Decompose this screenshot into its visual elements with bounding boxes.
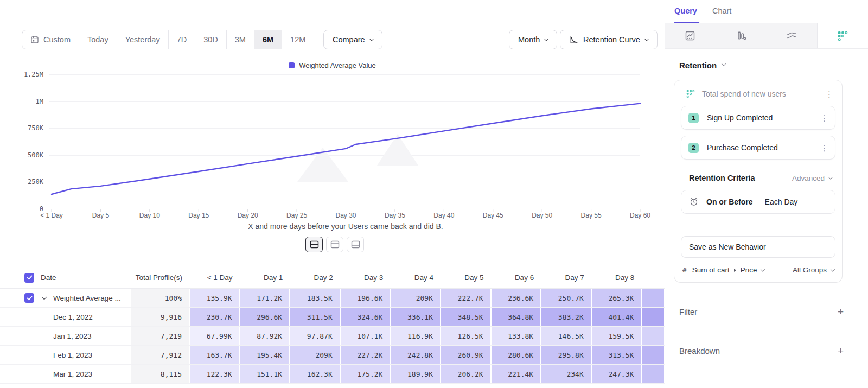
criteria-window: Each Day [765,198,798,206]
retention-table: DateTotal Profile(s)< 1 DayDay 1Day 2Day… [0,267,665,384]
criteria-mode-dropdown[interactable]: Advanced [792,174,832,182]
range-yesterday[interactable]: Yesterday [117,30,168,49]
range-12m[interactable]: 12M [282,30,314,49]
gridline [49,182,640,182]
retention-value-cell: 265.3K [591,289,642,307]
tab-chart[interactable]: Chart [712,7,731,23]
step-menu-icon[interactable]: ⋮ [820,114,828,122]
tab-query[interactable]: Query [674,7,697,23]
chevron-down-icon [369,36,373,41]
table-row[interactable]: Mar 1, 20238,115122.3K151.1K162.3K175.2K… [0,365,665,384]
measure-property-dropdown[interactable]: Sum of cart Price [692,266,764,274]
retention-value-cell: 280.6K [491,346,541,364]
filter-section: Filter + [679,303,863,320]
legend-label: Weighted Average Value [299,61,376,69]
expand-row-icon[interactable] [42,295,47,300]
add-filter-button[interactable]: + [838,307,844,317]
x-axis-tick-label: Day 30 [322,212,371,219]
retention-value-cell: 383.2K [541,308,591,326]
gridline [49,128,640,129]
view-split-middle-icon[interactable] [305,237,323,252]
step-menu-icon[interactable]: ⋮ [820,144,828,152]
behavior-step-2[interactable]: 2 Purchase Completed ⋮ [681,136,835,160]
x-axis-tick-label: < 1 Day [27,212,76,219]
x-axis-tick-label: Day 5 [76,212,125,219]
range-30d[interactable]: 30D [195,30,226,49]
retention-value-cell: 116.9K [390,327,441,345]
chart-type-button[interactable]: Retention Curve [560,30,658,49]
caret-right-icon [734,269,736,272]
measure-row: # Sum of cart Price All Groups [681,258,835,276]
header-date-cell: Date [0,267,130,288]
report-canvas: CustomTodayYesterday7D30D3M6M12MXTD Comp… [0,0,665,388]
row-label: Mar 1, 2023 [53,370,92,378]
x-axis-tick-label: Day 40 [419,212,468,219]
table-row[interactable]: Dec 1, 20229,916230.7K296.6K311.5K324.6K… [0,308,665,327]
filter-label: Filter [679,307,838,316]
compare-button[interactable]: Compare [323,30,382,49]
range-label: 30D [203,35,218,44]
select-all-checkbox[interactable] [24,273,34,283]
column-header: Date [41,273,56,282]
table-row[interactable]: Jan 1, 20237,21967.99K87.92K97.87K107.1K… [0,327,665,346]
retention-report-app: CustomTodayYesterday7D30D3M6M12MXTD Comp… [0,0,868,388]
range-label: 3M [235,35,246,44]
range-7d[interactable]: 7D [168,30,195,49]
row-date-cell: Feb 1, 2023 [0,346,130,364]
range-today[interactable]: Today [79,30,117,49]
calendar-icon [30,35,39,44]
table-row[interactable]: Feb 1, 20237,912163.7K195.4K209K227.2K24… [0,346,665,365]
row-date-cell: Dec 1, 2022 [0,308,130,326]
breakdown-section: Breakdown + [679,342,863,359]
behavior-step-1[interactable]: 1 Sign Up Completed ⋮ [681,106,835,130]
report-toolbar: CustomTodayYesterday7D30D3M6M12MXTD Comp… [0,30,665,49]
row-label: Feb 1, 2023 [53,351,92,359]
granularity-button[interactable]: Month [509,30,557,49]
total-profiles-cell: 8,115 [130,365,189,383]
column-header: Day 5 [441,267,491,288]
y-axis-tick-label: 1M [0,98,43,105]
retention-value-cell: 163.7K [189,346,240,364]
retention-criteria-card[interactable]: On or Before Each Day [681,190,835,214]
panel-tabs: Query Chart [665,0,868,23]
retention-report-icon[interactable] [818,23,868,48]
funnels-report-icon[interactable] [716,23,767,48]
chart-x-axis-caption: X and more days before your Users came b… [0,222,691,231]
column-header: Day 1 [240,267,290,288]
retention-section-toggle[interactable]: Retention [679,61,843,70]
x-axis-tick-label: Day 55 [567,212,616,219]
row-label: Dec 1, 2022 [53,313,93,321]
column-header: Day 7 [541,267,591,288]
save-as-new-behavior-button[interactable]: Save as New Behavior [681,236,835,258]
retention-value-cell: 67.99K [189,327,240,345]
range-custom[interactable]: Custom [22,30,79,49]
total-profiles-cell: 7,912 [130,346,189,364]
column-header: Day 8 [591,267,642,288]
row-checkbox[interactable] [24,293,34,303]
retention-value-cell: 159.5K [591,327,642,345]
table-row[interactable]: Weighted Average ...100%135.9K171.2K183.… [0,289,665,308]
add-breakdown-button[interactable]: + [838,346,844,356]
flows-report-icon[interactable] [767,23,818,48]
gridline [49,209,640,209]
range-6m[interactable]: 6M [254,30,282,49]
view-header-top-icon[interactable] [326,237,343,252]
range-label: Custom [43,35,71,44]
retention-value-cell: 364.8K [491,308,541,326]
breakdown-label: Breakdown [679,346,838,355]
retention-value-cell: 250.7K [541,289,591,307]
insights-report-icon[interactable] [665,23,716,48]
range-label: 7D [177,35,187,44]
divider [681,228,835,228]
chevron-down-icon [544,36,548,41]
chart-type-label: Retention Curve [583,35,640,44]
query-panel: Query Chart Retention [665,0,868,388]
behavior-menu-icon[interactable]: ⋮ [825,90,833,98]
view-header-bottom-icon[interactable] [347,237,364,252]
retention-value-cell: 313.5K [591,346,642,364]
retention-value-cell: 348.5K [441,308,491,326]
column-header: Day 6 [491,267,541,288]
groups-dropdown[interactable]: All Groups [793,266,834,274]
retention-value-cell: 336.1K [390,308,441,326]
range-3m[interactable]: 3M [226,30,254,49]
